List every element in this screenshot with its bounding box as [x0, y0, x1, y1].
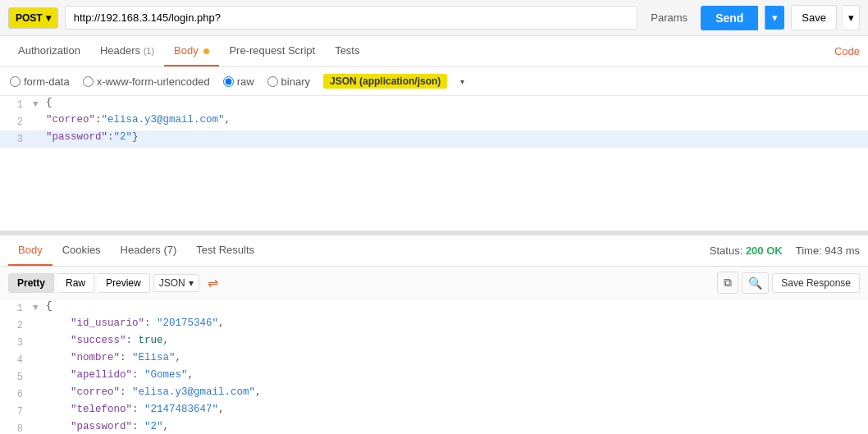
url-input[interactable]	[65, 6, 638, 30]
wrap-icon[interactable]: ⇌	[208, 275, 218, 290]
json-brace: :	[132, 404, 144, 415]
tab-authorization[interactable]: Authorization	[8, 36, 90, 66]
json-brace: :	[107, 131, 114, 143]
body-dot	[203, 48, 209, 54]
line-number: 8	[0, 420, 33, 434]
code-line: 1▼{	[0, 96, 868, 113]
code-line: 8 "password": "2",	[0, 420, 868, 434]
response-tab-test-results[interactable]: Test Results	[186, 235, 264, 266]
line-number: 3	[0, 130, 33, 148]
json-brace: ,	[218, 318, 225, 329]
status-label-text: Status: 200 OK	[710, 244, 783, 257]
line-content: {	[46, 96, 868, 109]
response-body-editor[interactable]: 1▼{2 "id_usuario": "20175346",3 "success…	[0, 299, 868, 434]
json-key: "id_usuario"	[46, 318, 144, 329]
pretty-button[interactable]: Pretty	[8, 273, 54, 293]
request-code-editor[interactable]: 1▼{2"correo":"elisa.y3@gmail.com",3"pass…	[0, 96, 868, 235]
line-number: 5	[0, 368, 33, 386]
response-section: Body Cookies Headers (7) Test Results St…	[0, 235, 868, 434]
line-content: "id_usuario": "20175346",	[46, 317, 868, 330]
tab-body[interactable]: Body	[164, 36, 219, 66]
params-button[interactable]: Params	[644, 7, 694, 28]
json-key: "apellido"	[46, 369, 132, 381]
json-format-select[interactable]: JSON ▾	[153, 274, 199, 292]
raw-option[interactable]: raw	[223, 75, 254, 88]
line-number: 6	[0, 386, 33, 403]
code-line: 7 "telefono": "2147483647",	[0, 403, 868, 420]
method-chevron-icon: ▾	[46, 12, 51, 24]
line-content: {	[46, 299, 868, 313]
json-key: "password"	[46, 421, 132, 432]
json-brace: {	[46, 97, 53, 108]
line-number: 2	[0, 317, 33, 334]
top-bar: POST ▾ Params Send ▾ Save ▾	[0, 0, 868, 36]
save-button[interactable]: Save	[791, 5, 837, 30]
code-line: 6 "correo": "elisa.y3@gmail.com",	[0, 386, 868, 403]
line-arrow: ▼	[33, 299, 46, 316]
save-dropdown-button[interactable]: ▾	[843, 5, 860, 30]
json-string: "Elisa"	[132, 352, 176, 363]
raw-button[interactable]: Raw	[57, 273, 94, 293]
copy-button[interactable]: ⧉	[717, 272, 738, 294]
code-link[interactable]: Code	[834, 45, 860, 57]
method-button[interactable]: POST ▾	[8, 7, 58, 29]
request-tabs-row: Authorization Headers (1) Body Pre-reque…	[0, 36, 868, 67]
json-brace: :	[132, 369, 144, 381]
json-key: "nombre"	[46, 352, 120, 363]
response-tab-cookies[interactable]: Cookies	[53, 235, 111, 266]
response-tab-headers[interactable]: Headers (7)	[111, 235, 187, 266]
form-data-option[interactable]: form-data	[10, 75, 70, 88]
json-string: "Gomes"	[144, 369, 188, 381]
line-number: 2	[0, 113, 33, 130]
code-line: 4 "nombre": "Elisa",	[0, 351, 868, 368]
time-label-text: Time: 943 ms	[796, 244, 860, 257]
json-badge[interactable]: JSON (application/json)	[323, 74, 447, 89]
json-brace: :	[120, 352, 132, 363]
line-number: 1	[0, 299, 33, 317]
code-line: 3 "success": true,	[0, 334, 868, 351]
json-select-arrow: ▾	[189, 277, 194, 289]
tab-tests[interactable]: Tests	[325, 36, 369, 66]
line-number: 7	[0, 403, 33, 420]
json-dropdown-arrow[interactable]: ▾	[460, 77, 464, 86]
json-brace: :	[144, 318, 157, 329]
json-brace: {	[46, 300, 53, 312]
json-brace: ,	[255, 386, 262, 398]
search-button[interactable]: 🔍	[742, 272, 769, 294]
send-dropdown-button[interactable]: ▾	[765, 6, 784, 30]
binary-option[interactable]: binary	[267, 75, 310, 88]
line-arrow: ▼	[33, 96, 46, 112]
body-options-row: form-data x-www-form-urlencoded raw bina…	[0, 67, 868, 96]
line-content: "nombre": "Elisa",	[46, 351, 868, 364]
json-brace: ,	[176, 352, 182, 363]
json-string: "2147483647"	[144, 404, 218, 415]
json-bool: true	[139, 335, 163, 346]
line-number: 1	[0, 96, 33, 113]
json-key: "correo"	[46, 386, 120, 398]
response-tab-body[interactable]: Body	[8, 235, 53, 266]
json-string: "20175346"	[157, 318, 218, 329]
preview-button[interactable]: Preview	[98, 273, 150, 293]
tab-prerequest[interactable]: Pre-request Script	[219, 36, 325, 66]
line-content: "password": "2",	[46, 420, 868, 433]
response-tabs-row: Body Cookies Headers (7) Test Results St…	[0, 235, 868, 267]
json-brace: ,	[163, 335, 170, 346]
tab-headers[interactable]: Headers (1)	[90, 36, 164, 66]
line-content: "apellido": "Gomes",	[46, 368, 868, 381]
line-content: "correo": "elisa.y3@gmail.com",	[46, 386, 868, 399]
send-button[interactable]: Send	[701, 6, 758, 30]
json-key: "telefono"	[46, 404, 132, 415]
json-string: "elisa.y3@gmail.com"	[132, 386, 255, 398]
line-content: "correo":"elisa.y3@gmail.com",	[46, 113, 868, 126]
url-encoded-option[interactable]: x-www-form-urlencoded	[83, 75, 210, 88]
json-brace: :	[120, 386, 132, 398]
status-value: 200 OK	[746, 244, 783, 257]
save-response-button[interactable]: Save Response	[772, 273, 860, 293]
json-key: "success"	[46, 335, 126, 346]
json-brace: ,	[188, 369, 194, 381]
json-string: "elisa.y3@gmail.com"	[102, 114, 225, 126]
line-content: "telefono": "2147483647",	[46, 403, 868, 416]
time-value: 943 ms	[825, 244, 860, 257]
json-string: "2"	[144, 421, 163, 432]
line-content: "success": true,	[46, 334, 868, 347]
